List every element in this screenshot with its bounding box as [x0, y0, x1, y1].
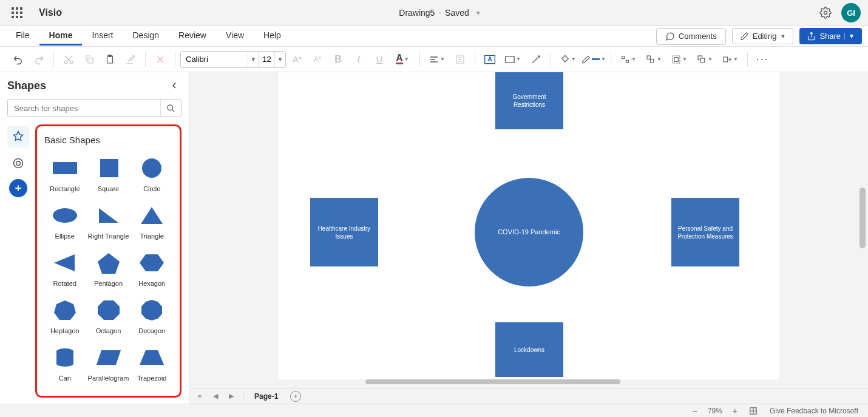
shape-ellipse[interactable]: Ellipse [44, 203, 86, 240]
more-options-button[interactable]: ··· [753, 50, 772, 69]
next-page-button[interactable]: ▶ [225, 390, 238, 402]
delete-button[interactable] [151, 50, 170, 69]
shape-circle[interactable]: Circle [131, 156, 172, 192]
redo-button[interactable] [29, 50, 49, 69]
font-selector[interactable]: ▼ ▼ [180, 51, 286, 68]
shape-pentagon[interactable]: Pentagon [88, 251, 129, 287]
all-pages-button[interactable]: ≡ [193, 390, 206, 402]
grow-font-button[interactable]: A▴ [287, 50, 307, 69]
canvas-shape-bottom[interactable]: Lockdowns [495, 322, 563, 377]
shapes-library-button[interactable] [7, 126, 29, 147]
svg-marker-39 [98, 300, 120, 320]
canvas-shape-left[interactable]: Healthcare Industry Issues [310, 198, 378, 266]
tab-help[interactable]: Help [254, 27, 291, 46]
editing-mode-button[interactable]: Editing ▼ [732, 28, 794, 44]
canvas-shape-center[interactable]: COVID-19 Pandemic [475, 178, 583, 286]
position-button[interactable]: ▼ [642, 50, 666, 69]
shape-label: Triangle [140, 232, 164, 240]
shape-octagon[interactable]: Octagon [88, 298, 129, 334]
chevron-down-icon[interactable]: ▼ [844, 33, 855, 39]
svg-rect-26 [724, 57, 728, 62]
canvas-scroll[interactable]: Government Restrictions Healthcare Indus… [189, 72, 868, 379]
arrange-button[interactable]: ▼ [693, 50, 717, 69]
shapes-search [7, 99, 181, 117]
text-tool-button[interactable]: A [480, 50, 500, 69]
copy-button[interactable] [80, 50, 99, 69]
document-title[interactable]: Drawing5 - Saved ▼ [62, 8, 818, 18]
drawing-page[interactable]: Government Restrictions Healthcare Indus… [278, 72, 779, 379]
editing-label: Editing [753, 32, 777, 41]
shape-glyph-icon [50, 345, 80, 370]
search-input[interactable] [8, 104, 160, 113]
font-color-button[interactable]: A▼ [390, 50, 415, 69]
bold-button[interactable]: B [328, 50, 348, 69]
tab-file[interactable]: File [6, 27, 39, 46]
shape-rotated[interactable]: Rotated [44, 251, 86, 287]
shape-square[interactable]: Square [88, 156, 129, 192]
cut-button[interactable] [59, 50, 78, 69]
svg-rect-0 [12, 7, 14, 10]
shape-styles-button[interactable]: ▼ [501, 50, 525, 69]
feedback-link[interactable]: Give Feedback to Microsoft [770, 407, 858, 415]
shape-parallelogram[interactable]: Parallelogram [88, 345, 129, 382]
shapes-more-button[interactable] [7, 152, 29, 174]
vertical-scrollbar[interactable] [858, 72, 867, 379]
avatar[interactable]: GI [841, 3, 861, 22]
share-button[interactable]: Share ▼ [799, 28, 862, 44]
zoom-out-button[interactable]: − [690, 405, 700, 416]
tab-review[interactable]: Review [169, 27, 216, 46]
svg-marker-36 [98, 253, 120, 274]
ribbon-tabs-row: FileHomeInsertDesignReviewViewHelp Comme… [0, 26, 868, 47]
connector-button[interactable] [526, 50, 546, 69]
canvas-shape-top[interactable]: Government Restrictions [495, 72, 563, 129]
page-tabs-bar: ≡ ◀ ▶ Page-1 + [189, 388, 868, 404]
canvas-shape-right[interactable]: Personal Safety and Protection Measures [671, 198, 739, 266]
chevron-down-icon[interactable]: ▼ [274, 52, 285, 67]
app-launcher-icon[interactable] [7, 3, 27, 22]
shape-rectangle[interactable]: Rectangle [44, 156, 86, 192]
align-shapes-button[interactable]: ▼ [616, 50, 640, 69]
text-block-button[interactable] [450, 50, 470, 69]
tab-view[interactable]: View [216, 27, 254, 46]
italic-button[interactable]: I [349, 50, 368, 69]
format-painter-button[interactable] [121, 50, 140, 69]
gear-icon[interactable] [818, 5, 833, 20]
zoom-in-button[interactable]: + [730, 405, 741, 416]
horizontal-scrollbar[interactable] [202, 379, 856, 385]
doc-name: Drawing5 [399, 8, 435, 18]
shape-heptagon[interactable]: Heptagon [44, 298, 86, 334]
svg-rect-5 [20, 12, 22, 14]
svg-rect-1 [16, 7, 18, 10]
font-name-input[interactable] [181, 55, 248, 64]
change-shape-button[interactable]: ▼ [718, 50, 742, 69]
shape-hexagon[interactable]: Hexagon [131, 251, 172, 287]
shape-right-triangle[interactable]: Right Triangle [88, 203, 129, 240]
group-button[interactable]: ▼ [667, 50, 691, 69]
shape-glyph-icon [50, 298, 80, 322]
page-tab[interactable]: Page-1 [248, 392, 284, 401]
chevron-down-icon[interactable]: ▼ [248, 52, 259, 67]
shape-decagon[interactable]: Decagon [131, 298, 172, 334]
prev-page-button[interactable]: ◀ [209, 390, 222, 402]
comments-button[interactable]: Comments [656, 28, 726, 45]
add-page-button[interactable]: + [290, 391, 301, 402]
line-color-button[interactable]: ▼ [581, 50, 606, 69]
shape-trapezoid[interactable]: Trapezoid [131, 345, 172, 382]
shrink-font-button[interactable]: A▾ [308, 50, 327, 69]
font-size-input[interactable] [259, 52, 274, 67]
paste-button[interactable] [100, 50, 120, 69]
tab-design[interactable]: Design [123, 27, 169, 46]
tab-insert[interactable]: Insert [82, 27, 123, 46]
add-shapes-button[interactable] [9, 179, 27, 197]
fill-color-button[interactable]: ▼ [556, 50, 580, 69]
tab-home[interactable]: Home [39, 27, 83, 46]
share-label: Share [819, 32, 841, 41]
underline-button[interactable]: U [370, 50, 389, 69]
collapse-panel-button[interactable] [167, 78, 181, 93]
align-button[interactable]: ▼ [425, 50, 449, 69]
shape-triangle[interactable]: Triangle [131, 203, 172, 240]
search-button[interactable] [160, 100, 181, 117]
shape-can[interactable]: Can [44, 345, 86, 382]
fit-window-button[interactable] [748, 405, 759, 416]
undo-button[interactable] [8, 50, 28, 69]
